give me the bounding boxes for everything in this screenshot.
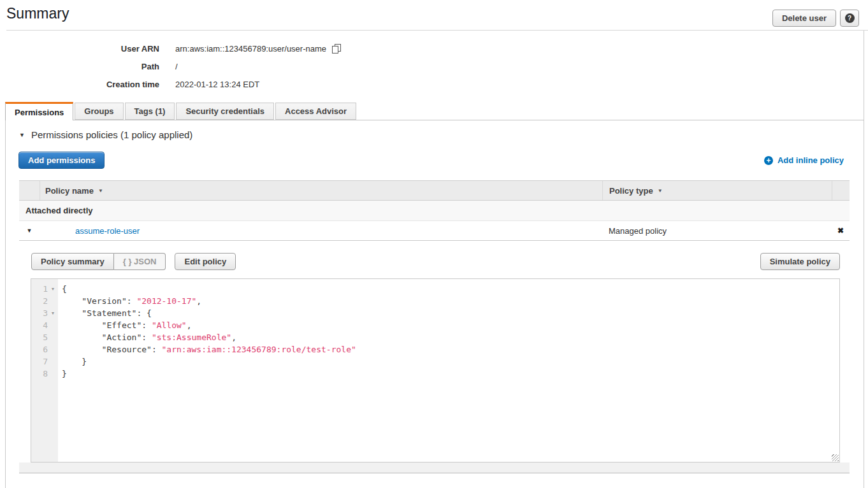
json-editor-lines[interactable]: { "Version": "2012-10-17", "Statement": … bbox=[58, 279, 839, 462]
user-arn-label: User ARN bbox=[6, 44, 159, 54]
path-label: Path bbox=[6, 62, 159, 71]
permissions-policies-heading[interactable]: ▼ Permissions policies (1 policy applied… bbox=[19, 129, 192, 140]
question-mark-icon: ? bbox=[845, 13, 855, 23]
creation-time-value: 2022-01-12 13:24 EDT bbox=[175, 80, 259, 89]
caret-down-icon: ▼ bbox=[19, 132, 25, 138]
detail-row-creation-time: Creation time 2022-01-12 13:24 EDT bbox=[6, 78, 259, 90]
simulate-policy-button[interactable]: Simulate policy bbox=[760, 253, 840, 270]
creation-time-label: Creation time bbox=[6, 80, 159, 89]
help-button[interactable]: ? bbox=[840, 10, 859, 27]
tab-groups[interactable]: Groups bbox=[75, 103, 123, 120]
detail-row-user-arn: User ARN arn:aws:iam::123456789:user/use… bbox=[6, 42, 341, 55]
policy-type-header-label: Policy type bbox=[609, 186, 653, 196]
group-row-label: Attached directly bbox=[25, 206, 92, 215]
delete-user-button[interactable]: Delete user bbox=[772, 10, 836, 27]
copy-icon[interactable] bbox=[332, 44, 341, 54]
sort-caret-icon: ▼ bbox=[658, 188, 663, 194]
expander-column-header bbox=[19, 181, 40, 200]
json-policy-editor[interactable]: 1▼23▼45678 { "Version": "2012-10-17", "S… bbox=[31, 278, 840, 463]
policy-summary-button[interactable]: Policy summary bbox=[31, 253, 114, 270]
plus-circle-icon: + bbox=[764, 156, 773, 165]
tab-content-left-border bbox=[5, 120, 6, 488]
group-row-attached-directly: Attached directly bbox=[19, 201, 850, 221]
tab-tags[interactable]: Tags (1) bbox=[125, 103, 175, 120]
policy-name-link[interactable]: assume-role-user bbox=[75, 226, 140, 236]
json-editor-gutter: 1▼23▼45678 bbox=[31, 279, 58, 462]
policies-table-header: Policy name ▼ Policy type ▼ bbox=[19, 180, 850, 201]
path-value: / bbox=[175, 62, 178, 71]
content-right-border bbox=[864, 31, 864, 488]
tab-access-advisor[interactable]: Access Advisor bbox=[275, 103, 356, 120]
permissions-policies-heading-label: Permissions policies (1 policy applied) bbox=[31, 129, 192, 140]
user-arn-value: arn:aws:iam::123456789:user/user-name bbox=[175, 44, 326, 54]
add-inline-policy-label: Add inline policy bbox=[778, 155, 844, 165]
policy-view-button-group: Policy summary { } JSON Edit policy bbox=[31, 253, 236, 270]
detail-row-path: Path / bbox=[6, 60, 178, 73]
edit-policy-button[interactable]: Edit policy bbox=[175, 253, 236, 270]
sort-caret-icon: ▼ bbox=[98, 188, 103, 194]
add-inline-policy-link[interactable]: + Add inline policy bbox=[764, 155, 844, 165]
page-title: Summary bbox=[6, 5, 69, 22]
editor-resize-handle[interactable] bbox=[832, 454, 839, 461]
detach-policy-x-icon[interactable]: ✖ bbox=[837, 226, 844, 235]
tab-bar: Permissions Groups Tags (1) Security cre… bbox=[5, 102, 358, 120]
row-expander-caret-icon[interactable]: ▼ bbox=[27, 227, 33, 234]
add-permissions-button[interactable]: Add permissions bbox=[18, 152, 105, 169]
policy-type-column-header[interactable]: Policy type ▼ bbox=[602, 181, 832, 200]
tab-security-credentials[interactable]: Security credentials bbox=[176, 103, 274, 120]
policy-name-header-label: Policy name bbox=[45, 186, 94, 196]
policy-type-value: Managed policy bbox=[609, 226, 667, 236]
table-row: ▼ assume-role-user Managed policy ✖ bbox=[19, 221, 850, 241]
actions-column-header bbox=[832, 181, 850, 200]
tab-permissions[interactable]: Permissions bbox=[5, 102, 73, 120]
header-divider bbox=[6, 30, 868, 31]
json-view-button[interactable]: { } JSON bbox=[114, 253, 166, 270]
expanded-row-footer bbox=[19, 463, 850, 473]
policy-name-column-header[interactable]: Policy name ▼ bbox=[40, 181, 602, 200]
policies-table: Policy name ▼ Policy type ▼ Attached dir… bbox=[19, 180, 850, 241]
